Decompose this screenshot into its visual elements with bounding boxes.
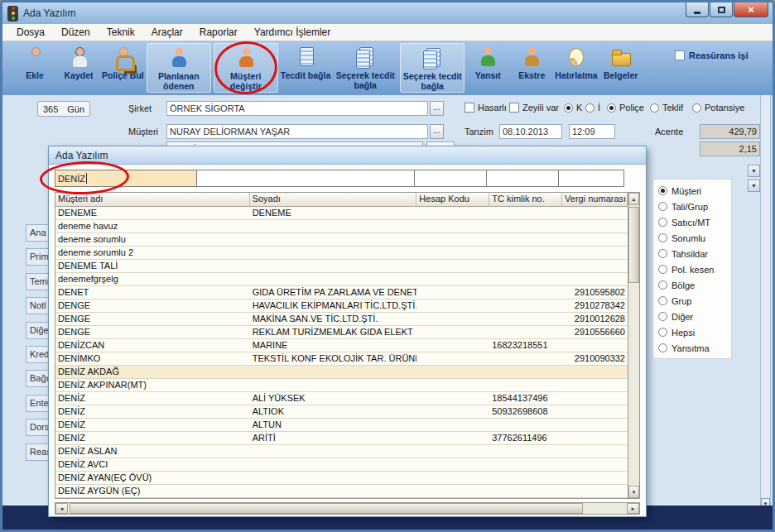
table-row[interactable]: DENEMEDENEME: [55, 207, 628, 220]
menu-item[interactable]: Araçlar: [144, 25, 190, 40]
table-row[interactable]: DENİZ ASLAN: [55, 445, 628, 458]
side-tab[interactable]: Reas: [26, 443, 49, 461]
scrollbar-track[interactable]: [628, 205, 639, 486]
side-tab[interactable]: Kred: [26, 346, 49, 363]
table-row[interactable]: DENİZALTIOK50932698608: [55, 405, 628, 419]
customer-input[interactable]: NURAY DELİORMAN YAŞAR: [166, 124, 428, 139]
toolbar-button[interactable]: Kaydet: [58, 43, 99, 93]
menu-item[interactable]: Teknik: [99, 25, 142, 40]
filter-radio[interactable]: Satıcı/MT: [658, 214, 731, 230]
filter-radio[interactable]: Grup: [658, 293, 731, 309]
table-row[interactable]: denemefgrşelg: [55, 273, 628, 286]
side-tab[interactable]: Bağı: [26, 370, 49, 387]
maximize-button[interactable]: [710, 2, 733, 17]
scrollbar-thumb[interactable]: [70, 503, 583, 514]
column-header[interactable]: Hesap Kodu: [416, 193, 489, 206]
dialog-title-bar[interactable]: Ada Yazılım: [49, 146, 646, 165]
filter-radio[interactable]: Bölge: [658, 277, 731, 293]
toolbar-button[interactable]: Planlanan ödenen: [147, 43, 211, 93]
filter-radio[interactable]: Tahsildar: [658, 246, 731, 261]
search-input-tc[interactable]: [486, 170, 559, 187]
reinsurance-checkbox[interactable]: Reasürans işi: [675, 50, 749, 60]
toolbar-button[interactable]: Belgeler: [600, 43, 642, 93]
company-input[interactable]: ÖRNEK SİGORTA: [166, 101, 428, 116]
table-row[interactable]: deneme sorumlu 2: [55, 247, 628, 260]
table-row[interactable]: DENİZ AKDAĞ: [55, 366, 628, 379]
filter-radio[interactable]: Pol. kesen: [658, 261, 731, 277]
toolbar-button[interactable]: Seçerek tecdit bağla: [333, 43, 397, 93]
table-row[interactable]: DENEME TALİ: [55, 260, 628, 273]
window-scrollbar[interactable]: ▲ ▼: [760, 41, 771, 510]
scrollbar-track[interactable]: [68, 503, 627, 514]
table-row[interactable]: DENGEREKLAM TURİZMEMLAK GIDA ELEKT291055…: [55, 326, 628, 339]
dropdown-arrow-button[interactable]: ▼: [748, 165, 760, 177]
toolbar-button[interactable]: Tecdit bağla: [281, 43, 330, 93]
search-input-surname[interactable]: [196, 170, 415, 187]
teklif-radio[interactable]: Teklif: [650, 103, 683, 113]
toolbar-button[interactable]: Seçerek tecdit bağla: [400, 43, 465, 93]
customer-browse-button[interactable]: ...: [430, 124, 444, 139]
table-row[interactable]: DENİZ AYGÜN (EÇ): [55, 485, 628, 498]
scroll-left-button[interactable]: ◄: [55, 503, 68, 514]
days-box[interactable]: 365 Gün: [37, 101, 90, 117]
column-header[interactable]: Soyadı: [250, 193, 417, 206]
i-radio[interactable]: İ: [585, 103, 600, 113]
side-tab[interactable]: Ana: [26, 224, 49, 242]
search-input-name[interactable]: DENİZ: [55, 170, 197, 187]
table-row[interactable]: DENGEHAVACILIK EKİPMANLARI TİC.LTD.ŞTİ.2…: [55, 300, 628, 313]
table-row[interactable]: DENGEMAKİNA SAN.VE TİC.LTD.ŞTİ.291001262…: [55, 313, 628, 326]
zeyil-checkbox[interactable]: Zeyili var: [509, 103, 559, 113]
toolbar-button[interactable]: Müşteri değiştir: [214, 43, 278, 93]
table-row[interactable]: DENİZ AKPINAR(MT): [55, 379, 628, 392]
filter-radio[interactable]: Yansıtma: [658, 340, 731, 356]
dropdown-arrow-button[interactable]: ▼: [748, 180, 760, 192]
side-tab[interactable]: Prim: [26, 248, 49, 266]
potansiye-radio[interactable]: Potansiye: [692, 103, 744, 113]
side-tab[interactable]: Dors: [26, 419, 49, 436]
title-bar[interactable]: Ada Yazılım ×: [2, 2, 773, 24]
column-header[interactable]: Müşteri adı: [55, 193, 250, 206]
toolbar-button[interactable]: Hatırlatma: [555, 43, 597, 93]
menu-item[interactable]: Dosya: [9, 25, 52, 40]
tanzim-date-input[interactable]: 08.10.2013: [499, 124, 562, 139]
scroll-up-button[interactable]: ▲: [628, 193, 639, 205]
menu-item[interactable]: Düzen: [54, 25, 98, 40]
column-header[interactable]: Vergi numarası: [562, 193, 628, 206]
tanzim-time-input[interactable]: 12:09: [569, 124, 615, 139]
scroll-down-button[interactable]: ▼: [628, 486, 639, 498]
filter-radio[interactable]: Diğer: [658, 309, 731, 324]
search-input-account[interactable]: [414, 170, 487, 187]
side-tab[interactable]: Ente: [26, 395, 49, 412]
table-row[interactable]: DENİZALİ YÜKSEK18544137496: [55, 392, 628, 405]
column-header[interactable]: TC kimlik no.: [489, 193, 562, 206]
side-tab[interactable]: Temi: [26, 273, 49, 290]
toolbar-button[interactable]: Yansıt: [467, 43, 508, 93]
hasarli-checkbox[interactable]: Hasarlı: [465, 103, 507, 113]
table-row[interactable]: DENİMKOTEKSTİL KONF EKOLOJİK TAR. ÜRÜNLE…: [55, 352, 628, 366]
k-radio[interactable]: K: [564, 103, 582, 113]
table-row[interactable]: DENİZARİTİ37762611496: [55, 432, 628, 445]
table-row[interactable]: DENİZCANMARINE16823218551: [55, 339, 628, 352]
scrollbar-thumb[interactable]: [628, 207, 639, 283]
toolbar-button[interactable]: Poliçe Bul: [102, 43, 144, 93]
side-tab[interactable]: Notl: [26, 297, 49, 314]
toolbar-button[interactable]: Ekle: [14, 43, 55, 93]
close-button[interactable]: ×: [734, 2, 768, 17]
menu-item[interactable]: Raporlar: [192, 25, 245, 40]
toolbar-button[interactable]: Ekstre: [511, 43, 552, 93]
filter-radio[interactable]: Tali/Grup: [658, 199, 731, 214]
table-row[interactable]: DENETGIDA ÜRETİM PA ZARLAMA VE DENET İM2…: [55, 286, 628, 300]
table-row[interactable]: DENİZ AYAN(EÇ ÖVÜ): [55, 472, 628, 485]
scroll-right-button[interactable]: ►: [627, 503, 639, 514]
table-row[interactable]: deneme sorumlu: [55, 233, 628, 247]
menu-item[interactable]: Yardımcı İşlemler: [247, 25, 338, 40]
police-radio[interactable]: Poliçe: [607, 103, 644, 113]
company-browse-button[interactable]: ...: [430, 101, 444, 116]
filter-radio[interactable]: Müşteri: [658, 183, 731, 199]
minimize-button[interactable]: [686, 2, 709, 17]
horizontal-scrollbar[interactable]: ◄ ►: [55, 502, 640, 515]
search-input-tax[interactable]: [558, 170, 624, 187]
table-row[interactable]: DENİZ AVCI: [55, 458, 628, 472]
table-row[interactable]: DENİZALTUN: [55, 419, 628, 432]
side-tab[interactable]: Diğe: [26, 322, 49, 339]
